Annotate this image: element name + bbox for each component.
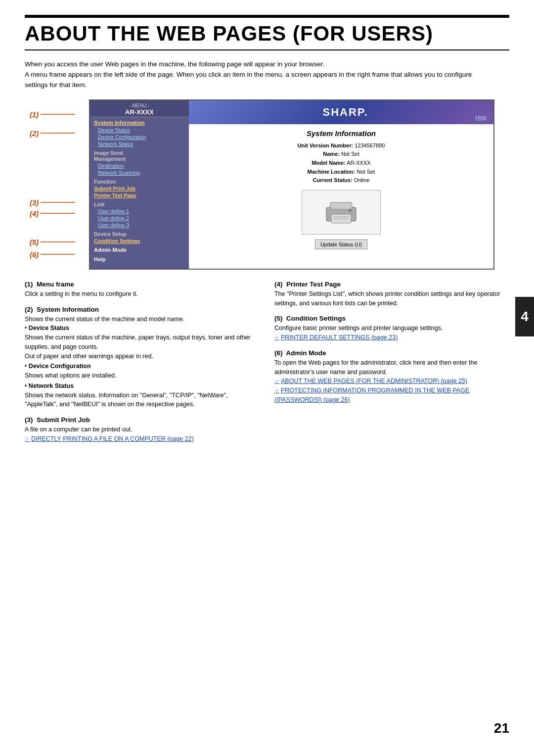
menu-network-status[interactable]: Network Status — [90, 141, 189, 147]
callout-3: (3) — [30, 198, 75, 207]
desc-menu-frame-title: (1) Menu frame — [25, 281, 260, 288]
menu-image-send-label: Image SendManagement — [90, 147, 189, 162]
menu-destination[interactable]: Destination — [90, 162, 189, 169]
menu-header-sub: - MENU - — [92, 103, 187, 108]
desc-submit-print-job: (3) Submit Print Job A file on a compute… — [25, 416, 260, 444]
content-header: SHARP. Help — [189, 100, 493, 124]
name-value: Not Set — [341, 151, 359, 157]
page-number: 21 — [494, 720, 509, 736]
page-title: ABOUT THE WEB PAGES (FOR USERS) — [25, 22, 509, 46]
menu-printer-test-page[interactable]: Printer Test Page — [90, 192, 189, 199]
callout-1: (1) — [30, 110, 75, 119]
svg-rect-7 — [330, 202, 352, 209]
desc-system-info-title: (2) System Information — [25, 306, 260, 313]
desc-left-col: (1) Menu frame Click a setting in the me… — [25, 281, 274, 451]
desc-printer-test-title: (4) Printer Test Page — [274, 281, 509, 288]
desc-right-col: (4) Printer Test Page The "Printer Setti… — [274, 281, 509, 451]
desc-submit-print-title: (3) Submit Print Job — [25, 416, 260, 424]
bullet-network-status: Network Status Shows the network status.… — [25, 381, 260, 409]
callout-4: (4) — [30, 209, 75, 218]
svg-rect-9 — [333, 216, 349, 217]
menu-user-define-2[interactable]: User define-2 — [90, 215, 189, 222]
menu-system-information[interactable]: System Information — [90, 117, 189, 127]
menu-device-setup-label: Device Setup — [90, 229, 189, 237]
menu-user-define-3[interactable]: User define-3 — [90, 222, 189, 229]
link-printer-default-settings[interactable]: PRINTER DEFAULT SETTINGS (page 23) — [274, 334, 398, 341]
printer-icon — [321, 197, 361, 227]
menu-admin-mode[interactable]: Admin Mode — [90, 244, 189, 254]
callout-2: (2) — [30, 129, 75, 138]
content-body: System Information Unit Version Number: … — [189, 124, 493, 269]
menu-network-scanning[interactable]: Network Scanning — [90, 169, 189, 176]
bullet-device-config: Device Configuration Shows what options … — [25, 362, 260, 380]
machine-location: Not Set — [356, 169, 375, 175]
menu-device-configuration[interactable]: Device Configuration — [90, 134, 189, 141]
chapter-tab: 4 — [515, 297, 534, 336]
menu-link-label: Link — [90, 199, 189, 208]
unit-version: 1234567890 — [355, 142, 385, 148]
description-section: (1) Menu frame Click a setting in the me… — [25, 281, 509, 451]
title-border: ABOUT THE WEB PAGES (FOR USERS) — [25, 15, 509, 50]
callout-5: (5) — [30, 238, 75, 246]
menu-submit-print-job[interactable]: Submit Print Job — [90, 185, 189, 192]
model-name: AR-XXXX — [347, 160, 370, 166]
system-info-heading: System Information — [196, 129, 487, 138]
link-protecting-information[interactable]: PROTECTING INFORMATION PROGRAMMED IN THE… — [274, 387, 469, 403]
svg-rect-10 — [333, 218, 349, 219]
menu-panel: - MENU - AR-XXXX System Information Devi… — [90, 100, 189, 269]
menu-function-label: Function — [90, 176, 189, 185]
page-container: ABOUT THE WEB PAGES (FOR USERS) When you… — [0, 0, 534, 756]
browser-area: - MENU - AR-XXXX System Information Devi… — [89, 99, 494, 270]
desc-menu-frame: (1) Menu frame Click a setting in the me… — [25, 281, 260, 299]
browser-section: (1) (2) (3) (4) (5) — [25, 99, 509, 270]
desc-condition-settings-title: (5) Condition Settings — [274, 315, 509, 322]
desc-system-information: (2) System Information Shows the current… — [25, 306, 260, 410]
intro-text: When you access the user Web pages in th… — [25, 59, 494, 91]
menu-user-define-1[interactable]: User define-1 — [90, 208, 189, 215]
desc-admin-mode: (6) Admin Mode To open the Web pages for… — [274, 349, 509, 405]
desc-printer-test-page: (4) Printer Test Page The "Printer Setti… — [274, 281, 509, 308]
current-status: Online — [354, 177, 370, 183]
bullet-device-status: Device Status Shows the current status o… — [25, 324, 260, 361]
link-directly-printing[interactable]: DIRECTLY PRINTING A FILE ON A COMPUTER (… — [25, 435, 194, 442]
desc-condition-settings: (5) Condition Settings Configure basic p… — [274, 315, 509, 342]
link-about-web-pages-admin[interactable]: ABOUT THE WEB PAGES (FOR THE ADMINISTRAT… — [274, 378, 467, 384]
system-info-table: Unit Version Number: 1234567890 Name: No… — [196, 142, 487, 185]
menu-device-status[interactable]: Device Status — [90, 127, 189, 134]
content-panel: SHARP. Help System Information Unit Vers… — [189, 100, 493, 269]
printer-image-box — [302, 190, 381, 235]
sharp-logo: SHARP. — [323, 106, 368, 119]
callout-6: (6) — [30, 250, 75, 259]
menu-condition-settings[interactable]: Condition Settings — [90, 237, 189, 244]
menu-help[interactable]: Help — [90, 254, 189, 263]
callout-labels: (1) (2) (3) (4) (5) — [30, 99, 89, 268]
desc-admin-mode-title: (6) Admin Mode — [274, 349, 509, 357]
help-link[interactable]: Help — [475, 114, 487, 120]
svg-point-11 — [349, 209, 352, 212]
update-status-button[interactable]: Update Status (U) — [315, 239, 367, 249]
menu-header-title: AR-XXXX — [92, 108, 187, 116]
menu-header: - MENU - AR-XXXX — [90, 100, 189, 117]
